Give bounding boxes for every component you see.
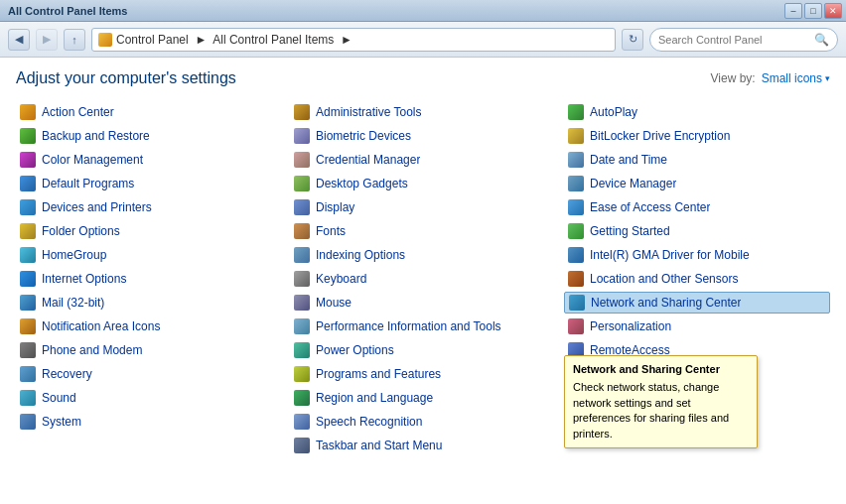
indexing-icon <box>294 247 310 263</box>
recovery-label: Recovery <box>42 367 92 381</box>
up-button[interactable]: ↑ <box>64 29 85 51</box>
cp-item-ease-access[interactable]: Ease of Access Center <box>564 196 830 218</box>
back-button[interactable]: ◀ <box>8 29 30 51</box>
folder-opts-label: Folder Options <box>42 224 120 238</box>
cp-item-performance[interactable]: Performance Information and Tools <box>290 315 556 337</box>
programs-features-label: Programs and Features <box>316 367 441 381</box>
intel-gma-icon <box>568 247 584 263</box>
cp-item-admin-tools[interactable]: Administrative Tools <box>290 101 556 123</box>
search-box[interactable]: 🔍 <box>649 28 838 52</box>
minimize-button[interactable]: – <box>784 3 802 19</box>
view-by-control: View by: Small icons ▾ <box>711 71 831 85</box>
cp-item-action-center[interactable]: Action Center <box>16 101 282 123</box>
close-button[interactable]: ✕ <box>824 3 842 19</box>
action-center-icon <box>20 104 36 120</box>
cp-item-indexing[interactable]: Indexing Options <box>290 244 556 266</box>
ease-access-label: Ease of Access Center <box>590 200 710 214</box>
tooltip: Network and Sharing Center Check network… <box>564 355 758 448</box>
view-option-label: Small icons <box>762 71 822 85</box>
cp-item-display[interactable]: Display <box>290 196 556 218</box>
autoplay-icon <box>568 104 584 120</box>
window-controls: – □ ✕ <box>784 3 842 19</box>
title-bar: All Control Panel Items – □ ✕ <box>0 0 846 22</box>
cp-item-speech-recog[interactable]: Speech Recognition <box>290 411 556 433</box>
display-icon <box>294 199 310 215</box>
view-by-dropdown[interactable]: Small icons ▾ <box>762 71 830 85</box>
phone-modem-label: Phone and Modem <box>42 343 142 357</box>
homegroup-icon <box>20 247 36 263</box>
cp-item-desktop-gadgets[interactable]: Desktop Gadgets <box>290 173 556 194</box>
cp-item-power-opts[interactable]: Power Options <box>290 339 556 361</box>
cp-item-devices-printers[interactable]: Devices and Printers <box>16 196 282 218</box>
performance-label: Performance Information and Tools <box>316 319 501 333</box>
date-time-label: Date and Time <box>590 153 667 167</box>
default-progs-label: Default Programs <box>42 177 134 190</box>
search-input[interactable] <box>658 34 810 46</box>
window-title: All Control Panel Items <box>4 5 784 17</box>
mail-label: Mail (32-bit) <box>42 296 104 310</box>
system-label: System <box>42 415 81 429</box>
cp-item-internet-opts[interactable]: Internet Options <box>16 268 282 290</box>
personalization-icon <box>568 318 584 334</box>
cp-item-programs-features[interactable]: Programs and Features <box>290 363 556 385</box>
color-mgmt-label: Color Management <box>42 153 143 167</box>
forward-button[interactable]: ▶ <box>36 29 58 51</box>
cp-item-fonts[interactable]: Fonts <box>290 220 556 242</box>
cp-item-region-language[interactable]: Region and Language <box>290 387 556 409</box>
cp-item-folder-opts[interactable]: Folder Options <box>16 220 282 242</box>
address-path[interactable]: Control Panel ► All Control Panel Items … <box>91 28 616 52</box>
speech-recog-icon <box>294 414 310 430</box>
search-icon: 🔍 <box>814 33 829 47</box>
cp-item-date-time[interactable]: Date and Time <box>564 149 830 171</box>
tooltip-body: Check network status, change network set… <box>573 380 749 441</box>
internet-opts-icon <box>20 271 36 287</box>
mail-icon <box>20 295 36 311</box>
cp-item-recovery[interactable]: Recovery <box>16 363 282 385</box>
cp-item-device-mgr[interactable]: Device Manager <box>564 173 830 194</box>
cp-item-bitlocker[interactable]: BitLocker Drive Encryption <box>564 125 830 147</box>
keyboard-icon <box>294 271 310 287</box>
cp-item-system[interactable]: System <box>16 411 282 433</box>
power-opts-label: Power Options <box>316 343 394 357</box>
taskbar-start-icon <box>294 438 310 453</box>
cp-item-network-sharing[interactable]: Network and Sharing Center <box>564 292 830 314</box>
homegroup-label: HomeGroup <box>42 248 106 262</box>
cp-item-credential-mgr[interactable]: Credential Manager <box>290 149 556 171</box>
cp-item-sound[interactable]: Sound <box>16 387 282 409</box>
bitlocker-label: BitLocker Drive Encryption <box>590 129 730 143</box>
sound-icon <box>20 390 36 406</box>
cp-item-taskbar-start[interactable]: Taskbar and Start Menu <box>290 435 556 456</box>
cp-item-empty <box>16 435 282 456</box>
cp-item-autoplay[interactable]: AutoPlay <box>564 101 830 123</box>
cp-item-mouse[interactable]: Mouse <box>290 292 556 314</box>
device-mgr-label: Device Manager <box>590 177 676 190</box>
refresh-button[interactable]: ↻ <box>622 29 643 51</box>
cp-item-default-progs[interactable]: Default Programs <box>16 173 282 194</box>
cp-item-color-mgmt[interactable]: Color Management <box>16 149 282 171</box>
cp-item-mail[interactable]: Mail (32-bit) <box>16 292 282 314</box>
cp-item-getting-started[interactable]: Getting Started <box>564 220 830 242</box>
cp-item-keyboard[interactable]: Keyboard <box>290 268 556 290</box>
restore-button[interactable]: □ <box>804 3 822 19</box>
cp-item-location-sensors[interactable]: Location and Other Sensors <box>564 268 830 290</box>
region-language-icon <box>294 390 310 406</box>
view-by-label: View by: <box>711 71 756 85</box>
cp-item-homegroup[interactable]: HomeGroup <box>16 244 282 266</box>
speech-recog-label: Speech Recognition <box>316 415 422 429</box>
cp-item-backup-restore[interactable]: Backup and Restore <box>16 125 282 147</box>
backup-restore-icon <box>20 128 36 144</box>
cp-item-personalization[interactable]: Personalization <box>564 315 830 337</box>
display-label: Display <box>316 200 354 214</box>
location-sensors-label: Location and Other Sensors <box>590 272 738 286</box>
intel-gma-label: Intel(R) GMA Driver for Mobile <box>590 248 750 262</box>
internet-opts-label: Internet Options <box>42 272 126 286</box>
cp-item-intel-gma[interactable]: Intel(R) GMA Driver for Mobile <box>564 244 830 266</box>
credential-mgr-icon <box>294 152 310 168</box>
devices-printers-label: Devices and Printers <box>42 200 152 214</box>
header-row: Adjust your computer's settings View by:… <box>16 69 830 87</box>
programs-features-icon <box>294 366 310 382</box>
cp-item-phone-modem[interactable]: Phone and Modem <box>16 339 282 361</box>
cp-item-notif-area[interactable]: Notification Area Icons <box>16 315 282 337</box>
cp-item-biometric[interactable]: Biometric Devices <box>290 125 556 147</box>
keyboard-label: Keyboard <box>316 272 366 286</box>
